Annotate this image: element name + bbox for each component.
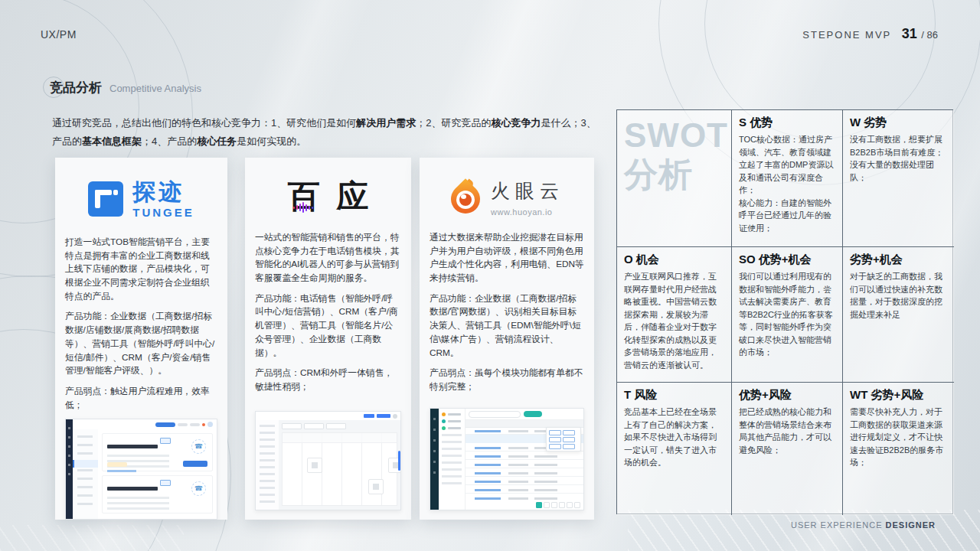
tungee-logo-zh: 探迹 [132, 181, 194, 204]
avatar [393, 414, 397, 419]
page-number: 31 [902, 26, 917, 41]
tungee-logo-icon [88, 181, 123, 217]
avatar [207, 422, 213, 427]
app-content [279, 420, 400, 510]
filter-row [282, 423, 397, 429]
competitor-card-baiying: 百应 一站式的智能营销和销售的平台，特点核心竞争力在于电话销售模块，其智能化的A… [245, 158, 411, 520]
app-topbar [73, 419, 217, 430]
page-total: 86 [927, 29, 938, 41]
baiying-app-screenshot [255, 411, 401, 510]
tungee-app-screenshot: ☎ ☎ [65, 419, 217, 520]
primary-button [377, 414, 390, 418]
nav-rail [430, 409, 439, 510]
swot-cell-t: T 风险 竞品基本上已经在全场景上有了自己的解决方案，如果不尽快进入市场得到一定… [617, 383, 732, 515]
page-indicator: STEPONE MVP 31 / 86 [802, 26, 938, 42]
tungee-logo-en: TUNGEE [132, 207, 194, 218]
nav-rail [66, 419, 73, 519]
swot-cell-wo: 劣势+机会 对于缺乏的工商数据，我们可以通过快速的补充数据量，对于数据深度的挖掘… [843, 247, 954, 383]
link-bar [107, 470, 136, 472]
baiying-features: 产品功能：电话销售（智能外呼/呼叫中心/短信营销）、CRM（客户/商机管理）、营… [255, 292, 401, 360]
swot-cell-w: W 劣势 没有工商数据，想要扩展B2B2B市场目前有难度； 没有大量的数据处理团… [843, 110, 954, 247]
menu-item [178, 423, 188, 426]
baiying-description: 一站式的智能营销和销售的平台，特点核心竞争力在于电话销售模块，其智能化的AI机器… [255, 231, 401, 285]
primary-button [364, 414, 374, 418]
sidebar-item [442, 412, 462, 416]
tungee-logo: 探迹 TUNGEE [65, 167, 217, 231]
primary-button [155, 422, 175, 427]
swot-cell-so: SO 优势+机会 我们可以通过利用现有的数据和智能外呼能力，尝试去解决需要房产、… [732, 247, 843, 383]
brand-label: STEPONE MVP [802, 29, 891, 41]
app-sidebar [256, 420, 279, 510]
scrollbar [398, 451, 400, 471]
intro-paragraph: 通过研究竞品，总结出他们的特色和核心竞争力：1、研究他们是如何解决用户需求；2、… [52, 114, 600, 151]
section-title-en: Competitive Analysis [109, 83, 201, 94]
swot-cell-wt: WT 劣势+风险 需要尽快补充人力，对于工商数据的获取渠道来源进行规划定义，才不… [843, 383, 954, 515]
flame-eye-icon [449, 180, 482, 215]
sidebar-item [442, 419, 462, 423]
huoyan-app-screenshot [430, 408, 584, 510]
baiying-logo: 百应 [255, 167, 401, 227]
baiying-weakness: 产品弱点：CRM和外呼一体销售，敏捷性稍弱； [255, 367, 401, 393]
company-name-bar [107, 445, 158, 448]
deck-label: UX/PM [41, 28, 77, 41]
call-button [183, 461, 207, 467]
notification-dot [202, 423, 205, 426]
swot-table: SWOT 分析 S 优势 TOC核心数据：通过房产领域、汽车、教育领域建立起了丰… [616, 109, 953, 514]
page-separator: / [921, 29, 926, 41]
kanban-header [283, 433, 397, 443]
sidebar-item [442, 426, 462, 430]
competitor-card-huoyan: 火眼云 www.huoyan.io 通过大数据来帮助企业挖掘潜在目标用户并为用户… [420, 158, 594, 520]
menu-item [190, 423, 200, 426]
search-button [524, 411, 542, 417]
huoyan-url: www.huoyan.io [491, 207, 564, 217]
company-name-bar [107, 487, 158, 491]
tooltip [546, 427, 581, 452]
swot-cell-o: O 机会 产业互联网风口推荐，互联网存量时代用户经营战略被重视。中国营销云数据探… [617, 247, 732, 383]
huoyan-logo: 火眼云 www.huoyan.io [430, 167, 584, 228]
app-content: ☎ ☎ [98, 429, 217, 519]
huoyan-weakness: 产品弱点：虽每个模块功能都有单都不特别完整； [430, 367, 584, 393]
swot-corner-cell: SWOT 分析 [617, 110, 732, 247]
ui-lines [442, 434, 462, 487]
kanban-board [282, 432, 397, 506]
company-result-card: ☎ [102, 433, 213, 471]
kanban-card [368, 479, 384, 494]
phone-icon: ☎ [191, 481, 206, 496]
section-title-zh: 竞品分析 [50, 79, 102, 96]
tag-badge [107, 462, 127, 467]
competitor-card-tungee: 探迹 TUNGEE 打造一站式TOB智能营销平台，主要特点是拥有丰富的企业工商数… [55, 158, 227, 520]
kanban-card [307, 458, 322, 473]
hatch-decoration [628, 510, 980, 551]
app-sidebar [73, 429, 99, 519]
search-input [469, 411, 521, 418]
ui-lines [107, 497, 169, 510]
tungee-features: 产品功能：企业数据（工商数据/招标数据/店铺数据/展商数据/招聘数据等）、营销工… [65, 310, 217, 377]
tungee-weakness: 产品弱点：触达用户流程难用，效率低； [65, 385, 217, 412]
app-content [466, 409, 583, 510]
huoyan-features: 产品功能：企业数据（工商数据/招标数据/官网数据）、识别相关目标目标决策人、营销… [430, 292, 584, 360]
grade-badge [160, 438, 171, 444]
slide: UX/PM STEPONE MVP 31 / 86 竞品分析 Competiti… [0, 0, 980, 551]
pagination [536, 502, 580, 508]
tungee-description: 打造一站式TOB智能营销平台，主要特点是拥有丰富的企业工商数据和线上线下店铺的数… [65, 236, 217, 303]
soundwave-icon [293, 202, 313, 213]
hatch-decoration [0, 525, 184, 551]
swot-cell-s: S 优势 TOC核心数据：通过房产领域、汽车、教育领域建立起了丰富的DMP资源以… [732, 110, 843, 247]
phone-icon: ☎ [191, 439, 206, 454]
huoyan-description: 通过大数据来帮助企业挖掘潜在目标用户并为用户自动评级，根据不同角色用户生成个性化… [430, 231, 584, 285]
company-result-card: ☎ [102, 475, 213, 514]
huoyan-logo-zh: 火眼云 [491, 178, 564, 204]
swot-cell-st: 优势+风险 把已经成熟的核心能力和整体的营销场景结合来布局其他产品能力，才可以避… [732, 383, 843, 515]
app-topbar [466, 409, 583, 420]
app-sidebar [439, 409, 466, 510]
grade-badge [160, 480, 171, 486]
section-title: 竞品分析 Competitive Analysis [50, 79, 201, 96]
footer-credit: USER EXPERIENCE DESIGNER [791, 520, 936, 530]
